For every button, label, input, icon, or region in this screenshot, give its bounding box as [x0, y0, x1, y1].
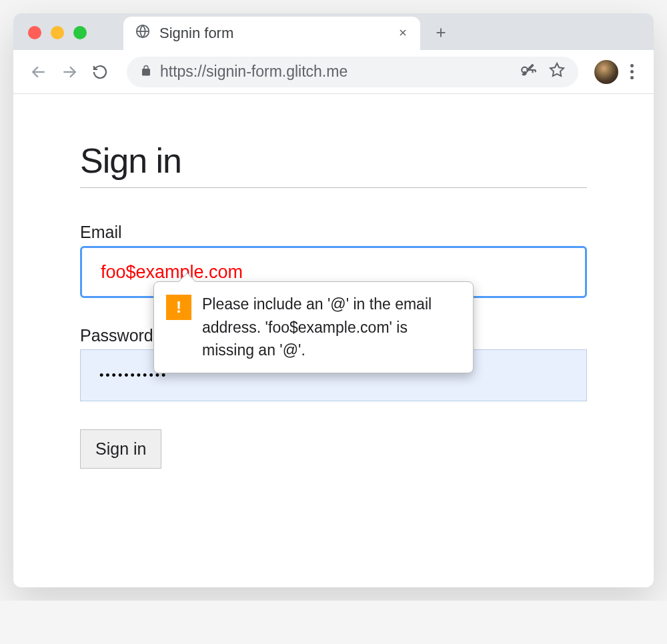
signin-button[interactable]: Sign in: [80, 429, 161, 469]
avatar[interactable]: [594, 60, 618, 84]
nav-forward-button[interactable]: [56, 59, 83, 85]
new-tab-button[interactable]: [434, 23, 448, 45]
window-minimize-button[interactable]: [51, 26, 64, 39]
email-form-group: Email ! Please include an '@' in the ema…: [80, 223, 587, 298]
tab-close-button[interactable]: [398, 26, 408, 41]
tab-title: Signin form: [159, 25, 233, 42]
browser-tab[interactable]: Signin form: [123, 17, 420, 50]
window-controls: [28, 26, 87, 39]
star-icon[interactable]: [549, 62, 565, 82]
validation-message: Please include an '@' in the email addre…: [202, 293, 461, 362]
url-text: https://signin-form.glitch.me: [160, 63, 348, 81]
nav-back-button[interactable]: [25, 59, 52, 85]
globe-icon: [135, 24, 150, 43]
validation-tooltip: ! Please include an '@' in the email add…: [153, 281, 474, 373]
svg-marker-12: [550, 63, 564, 76]
lock-icon: [140, 63, 152, 81]
browser-toolbar: https://signin-form.glitch.me: [13, 50, 654, 94]
browser-window: Signin form https://signin-form.glitch.m…: [13, 13, 654, 587]
email-label: Email: [80, 223, 587, 242]
page-title: Sign in: [80, 141, 587, 188]
page-content: Sign in Email ! Please include an '@' in…: [13, 94, 654, 587]
address-bar[interactable]: https://signin-form.glitch.me: [127, 57, 578, 87]
window-close-button[interactable]: [28, 26, 41, 39]
warning-icon: !: [166, 295, 191, 320]
browser-tab-strip: Signin form: [13, 13, 654, 50]
window-maximize-button[interactable]: [73, 26, 87, 39]
browser-menu-button[interactable]: [622, 60, 642, 83]
key-icon[interactable]: [520, 61, 537, 83]
nav-reload-button[interactable]: [87, 59, 113, 85]
